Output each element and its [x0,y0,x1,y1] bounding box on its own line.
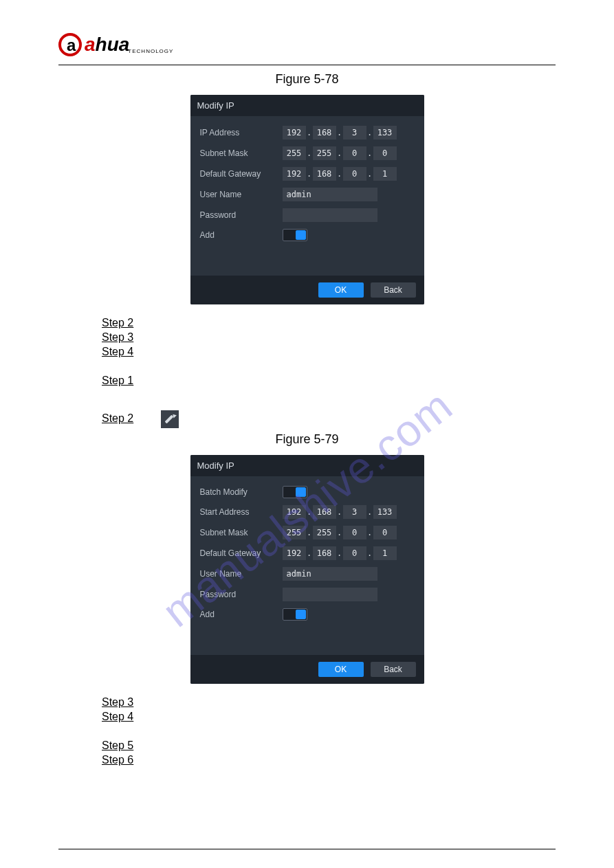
label-password: Password [200,210,283,220]
add-toggle[interactable] [283,229,307,241]
label-start-address: Start Address [200,507,283,517]
label-batch-modify: Batch Modify [200,487,283,497]
label-user-name: User Name [200,569,283,579]
ip-octet[interactable]: 3 [343,126,366,140]
modify-ip-dialog-2: Modify IP Batch Modify Start Address 192… [190,455,424,684]
batch-modify-toggle[interactable] [283,486,307,498]
dialog-title: Modify IP [190,455,424,476]
ip-octet[interactable]: 255 [283,526,306,539]
ip-octet[interactable]: 133 [373,126,397,140]
ip-octet[interactable]: 1 [373,546,397,560]
dialog-body: IP Address 192. 168. 3. 133 Subnet Mask … [190,116,424,276]
label-subnet-mask: Subnet Mask [200,528,283,537]
back-button[interactable]: Back [371,282,416,298]
label-ip-address: IP Address [200,128,283,137]
step-item: Step 4 [102,711,556,723]
ip-octet[interactable]: 168 [313,167,336,181]
add-toggle[interactable] [283,608,307,621]
ip-octet[interactable]: 0 [343,167,366,181]
label-subnet-mask: Subnet Mask [200,148,283,158]
start-address-input[interactable]: 192. 168. 3. 133 [283,505,397,519]
dialog-title: Modify IP [190,95,424,116]
brand-logo: ahuaTECHNOLOGY [58,33,173,56]
figure-caption-1: Figure 5-78 [58,72,556,87]
ip-octet[interactable]: 192 [283,505,306,519]
password-input[interactable] [283,588,377,601]
step-item: Step 2 [102,410,556,428]
default-gateway-input[interactable]: 192. 168. 0. 1 [283,546,397,560]
dialog-footer: OK Back [190,276,424,304]
back-button[interactable]: Back [371,662,416,677]
subnet-mask-input[interactable]: 255. 255. 0. 0 [283,146,397,160]
ok-button[interactable]: OK [318,282,364,298]
ip-octet[interactable]: 133 [373,505,397,519]
ip-octet[interactable]: 168 [313,546,336,560]
step-item: Step 5 [102,739,556,752]
modify-ip-dialog-1: Modify IP IP Address 192. 168. 3. 133 Su… [190,95,424,304]
ip-octet[interactable]: 192 [283,546,306,560]
label-add: Add [200,230,283,240]
logo-mark-icon [58,33,82,56]
step-item: Step 4 [102,346,556,358]
default-gateway-input[interactable]: 192. 168. 0. 1 [283,167,397,181]
user-name-input[interactable]: admin [283,567,377,581]
ip-octet[interactable]: 0 [373,146,397,160]
figure-caption-2: Figure 5-79 [58,432,556,447]
ip-octet[interactable]: 192 [283,126,306,140]
step-item: Step 2 [102,317,556,329]
ip-octet[interactable]: 255 [313,526,336,539]
ip-octet[interactable]: 0 [343,546,366,560]
ip-octet[interactable]: 3 [343,505,366,519]
manual-page: ahuaTECHNOLOGY manualshive.com Figure 5-… [0,0,614,868]
ip-octet[interactable]: 1 [373,167,397,181]
ip-address-input[interactable]: 192. 168. 3. 133 [283,126,397,140]
ip-octet[interactable]: 0 [343,146,366,160]
ip-octet[interactable]: 168 [313,505,336,519]
ip-octet[interactable]: 192 [283,167,306,181]
password-input[interactable] [283,208,377,222]
ok-button[interactable]: OK [318,662,364,677]
step-item: Step 3 [102,696,556,709]
label-user-name: User Name [200,190,283,199]
label-default-gateway: Default Gateway [200,548,283,558]
ip-octet[interactable]: 255 [283,146,306,160]
label-add: Add [200,610,283,619]
ip-octet[interactable]: 0 [343,526,366,539]
ip-octet[interactable]: 168 [313,126,336,140]
step-item: Step 1 [102,375,556,387]
footer-rule [58,849,556,849]
logo-text: ahuaTECHNOLOGY [85,35,173,54]
subnet-mask-input[interactable]: 255. 255. 0. 0 [283,526,397,539]
ip-octet[interactable]: 0 [373,526,397,539]
label-default-gateway: Default Gateway [200,169,283,179]
dialog-body: Batch Modify Start Address 192. 168. 3. … [190,476,424,655]
step-item: Step 6 [102,754,556,766]
pencil-icon [161,410,179,428]
user-name-input[interactable]: admin [283,188,377,201]
ip-octet[interactable]: 255 [313,146,336,160]
header: ahuaTECHNOLOGY [58,33,556,65]
step-item: Step 3 [102,331,556,344]
dialog-footer: OK Back [190,655,424,684]
label-password: Password [200,590,283,599]
